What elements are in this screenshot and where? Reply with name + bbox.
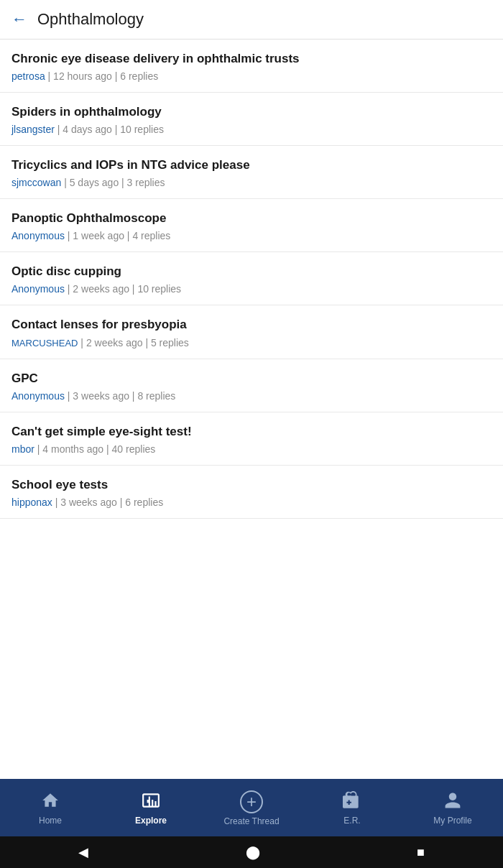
home-label: Home (39, 816, 62, 826)
thread-title: Tricyclics and IOPs in NTG advice please (11, 157, 492, 173)
thread-author[interactable]: jlsangster (11, 124, 55, 135)
create-thread-label: Create Thread (223, 816, 279, 826)
thread-title: Contact lenses for presbyopia (11, 317, 492, 333)
thread-item[interactable]: GPCAnonymous | 3 weeks ago | 8 replies (0, 359, 503, 412)
create-thread-icon: + (240, 790, 263, 813)
thread-item[interactable]: School eye testshipponax | 3 weeks ago |… (0, 466, 503, 519)
back-button[interactable]: ← (11, 10, 27, 29)
thread-timestamp: | 4 months ago | 40 replies (34, 443, 155, 455)
thread-item[interactable]: Panoptic OphthalmoscopeAnonymous | 1 wee… (0, 199, 503, 252)
thread-title: Panoptic Ophthalmoscope (11, 211, 492, 226)
thread-item[interactable]: Chronic eye disease delivery in ophthalm… (0, 40, 503, 93)
thread-meta: mbor | 4 months ago | 40 replies (11, 443, 492, 455)
thread-meta: MARCUSHEAD | 2 weeks ago | 5 replies (11, 337, 492, 348)
thread-timestamp: | 2 weeks ago | 5 replies (78, 337, 188, 348)
thread-meta: jlsangster | 4 days ago | 10 replies (11, 124, 492, 135)
header: ← Ophthalmology (0, 0, 503, 40)
thread-timestamp: | 12 hours ago | 6 replies (45, 70, 158, 82)
thread-item[interactable]: Can't get simple eye-sight test!mbor | 4… (0, 412, 503, 466)
android-back-button[interactable]: ◀ (78, 844, 88, 860)
thread-timestamp: | 4 days ago | 10 replies (55, 124, 164, 135)
thread-list: Chronic eye disease delivery in ophthalm… (0, 40, 503, 619)
thread-title: Can't get simple eye-sight test! (11, 424, 492, 440)
thread-item[interactable]: Spiders in ophthalmologyjlsangster | 4 d… (0, 93, 503, 146)
thread-author[interactable]: petrosa (11, 70, 45, 82)
thread-timestamp: | 3 weeks ago | 6 replies (52, 497, 163, 508)
home-icon (41, 791, 60, 813)
thread-meta: Anonymous | 2 weeks ago | 10 replies (11, 283, 492, 295)
thread-author[interactable]: MARCUSHEAD (11, 338, 78, 348)
thread-meta: Anonymous | 1 week ago | 4 replies (11, 230, 492, 241)
thread-author[interactable]: Anonymous (11, 230, 65, 241)
android-nav-bar: ◀ ⬤ ■ (0, 836, 503, 868)
thread-title: Optic disc cupping (11, 264, 492, 280)
thread-author[interactable]: Anonymous (11, 283, 65, 295)
thread-title: GPC (11, 371, 492, 387)
thread-meta: sjmccowan | 5 days ago | 3 replies (11, 177, 492, 188)
nav-item-home[interactable]: Home (0, 791, 101, 826)
explore-icon (142, 791, 160, 813)
nav-item-er[interactable]: E.R. (302, 791, 402, 826)
er-icon (343, 791, 361, 813)
thread-timestamp: | 1 week ago | 4 replies (65, 230, 170, 241)
nav-item-create-thread[interactable]: +Create Thread (201, 790, 302, 826)
thread-title: School eye tests (11, 477, 492, 493)
thread-author[interactable]: mbor (11, 443, 34, 455)
explore-label: Explore (135, 816, 167, 826)
thread-timestamp: | 2 weeks ago | 10 replies (65, 283, 181, 295)
bottom-nav: HomeExplore+Create ThreadE.R.My Profile (0, 779, 503, 836)
thread-author[interactable]: Anonymous (11, 390, 65, 402)
thread-meta: hipponax | 3 weeks ago | 6 replies (11, 497, 492, 508)
thread-item[interactable]: Contact lenses for presbyopiaMARCUSHEAD … (0, 305, 503, 359)
thread-title: Chronic eye disease delivery in ophthalm… (11, 51, 492, 67)
android-home-button[interactable]: ⬤ (246, 844, 260, 860)
my-profile-label: My Profile (433, 816, 471, 826)
nav-item-explore[interactable]: Explore (101, 791, 201, 826)
thread-title: Spiders in ophthalmology (11, 104, 492, 120)
er-label: E.R. (343, 816, 360, 826)
thread-item[interactable]: Optic disc cuppingAnonymous | 2 weeks ag… (0, 252, 503, 305)
thread-meta: petrosa | 12 hours ago | 6 replies (11, 70, 492, 82)
my-profile-icon (443, 791, 462, 813)
thread-meta: Anonymous | 3 weeks ago | 8 replies (11, 390, 492, 402)
thread-timestamp: | 3 weeks ago | 8 replies (65, 390, 175, 402)
thread-author[interactable]: hipponax (11, 497, 52, 508)
thread-timestamp: | 5 days ago | 3 replies (61, 177, 165, 188)
page-title: Ophthalmology (37, 10, 144, 29)
android-recent-button[interactable]: ■ (417, 845, 425, 860)
nav-item-my-profile[interactable]: My Profile (402, 791, 503, 826)
thread-item[interactable]: Tricyclics and IOPs in NTG advice please… (0, 146, 503, 199)
thread-author[interactable]: sjmccowan (11, 177, 61, 188)
